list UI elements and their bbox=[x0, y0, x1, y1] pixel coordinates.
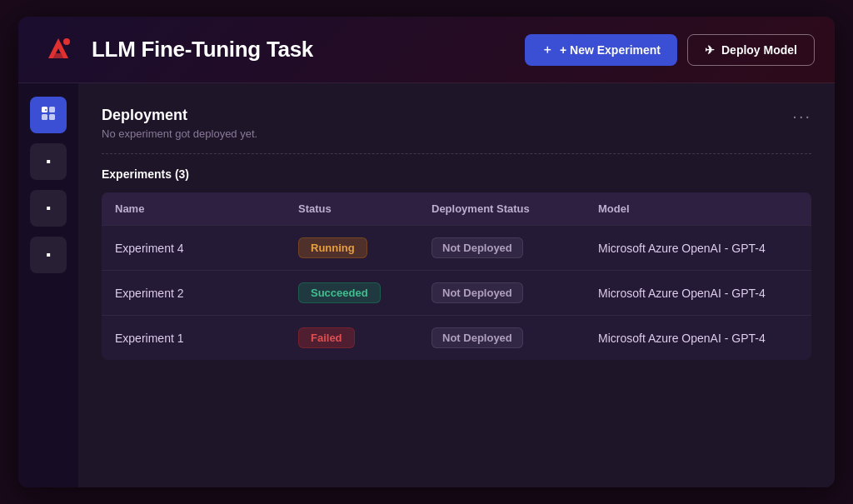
row2-name: Experiment 2 bbox=[115, 287, 298, 300]
experiments-table: Name Status Deployment Status Model Expe… bbox=[102, 192, 811, 360]
sidebar-icon-2: ▪ bbox=[46, 154, 51, 169]
deployment-badge-1: Not Deployed bbox=[431, 237, 523, 258]
col-header-deployment-status: Deployment Status bbox=[431, 202, 598, 215]
plus-icon: ＋ bbox=[541, 42, 553, 57]
row3-deployment-status: Not Deployed bbox=[431, 327, 598, 348]
sidebar-item-dashboard[interactable] bbox=[30, 97, 67, 133]
deployment-subtitle: No experiment got deployed yet. bbox=[102, 127, 257, 140]
deployment-title: Deployment bbox=[102, 107, 257, 124]
svg-rect-4 bbox=[49, 114, 55, 120]
header-actions: ＋ + New Experiment ✈ Deploy Model bbox=[525, 34, 815, 66]
sidebar-icon-3: ▪ bbox=[46, 201, 51, 216]
sidebar-icon-4: ▪ bbox=[46, 247, 51, 262]
experiments-title: Experiments (3) bbox=[102, 167, 189, 181]
col-header-status: Status bbox=[298, 202, 431, 215]
dashboard-icon bbox=[40, 105, 57, 125]
row1-status: Running bbox=[298, 237, 431, 258]
col-header-name: Name bbox=[115, 202, 298, 215]
table-header-row: Name Status Deployment Status Model bbox=[102, 192, 811, 225]
row1-deployment-status: Not Deployed bbox=[431, 237, 598, 258]
status-badge-running: Running bbox=[298, 237, 367, 258]
svg-rect-3 bbox=[42, 114, 47, 120]
svg-rect-2 bbox=[49, 107, 55, 112]
row2-status: Succeeded bbox=[298, 282, 431, 303]
sidebar-item-2[interactable]: ▪ bbox=[30, 143, 67, 180]
main-content: Deployment No experiment got deployed ye… bbox=[78, 83, 835, 487]
sidebar: ▪ ▪ ▪ bbox=[18, 83, 78, 487]
row1-model: Microsoft Azure OpenAI - GPT-4 bbox=[598, 242, 798, 255]
row1-name: Experiment 4 bbox=[115, 242, 298, 255]
row3-name: Experiment 1 bbox=[115, 332, 298, 345]
header: LLM Fine-Tuning Task ＋ + New Experiment … bbox=[18, 17, 835, 83]
more-options-button[interactable]: ··· bbox=[792, 107, 811, 126]
table-row[interactable]: Experiment 2 Succeeded Not Deployed Micr… bbox=[102, 270, 811, 315]
row2-deployment-status: Not Deployed bbox=[431, 282, 598, 303]
svg-point-0 bbox=[63, 38, 70, 45]
logo bbox=[38, 30, 78, 70]
app-title: LLM Fine-Tuning Task bbox=[92, 37, 511, 62]
row3-model: Microsoft Azure OpenAI - GPT-4 bbox=[598, 332, 798, 345]
app-window: LLM Fine-Tuning Task ＋ + New Experiment … bbox=[18, 17, 835, 487]
deploy-model-label: Deploy Model bbox=[721, 43, 797, 57]
section-divider bbox=[102, 153, 811, 154]
table-row[interactable]: Experiment 1 Failed Not Deployed Microso… bbox=[102, 315, 811, 360]
sidebar-item-4[interactable]: ▪ bbox=[30, 237, 67, 273]
send-icon: ✈ bbox=[705, 43, 715, 57]
table-row[interactable]: Experiment 4 Running Not Deployed Micros… bbox=[102, 225, 811, 270]
new-experiment-label: + New Experiment bbox=[560, 43, 661, 57]
status-badge-succeeded: Succeeded bbox=[298, 282, 381, 303]
deployment-badge-3: Not Deployed bbox=[431, 327, 523, 348]
sidebar-item-3[interactable]: ▪ bbox=[30, 190, 67, 227]
col-header-model: Model bbox=[598, 202, 798, 215]
row3-status: Failed bbox=[298, 327, 431, 348]
deployment-badge-2: Not Deployed bbox=[431, 282, 523, 303]
new-experiment-button[interactable]: ＋ + New Experiment bbox=[525, 34, 677, 66]
row2-model: Microsoft Azure OpenAI - GPT-4 bbox=[598, 287, 798, 300]
body: ▪ ▪ ▪ Deployment No experiment got deplo… bbox=[18, 83, 835, 487]
deploy-model-button[interactable]: ✈ Deploy Model bbox=[687, 34, 815, 66]
experiments-header: Experiments (3) bbox=[102, 167, 811, 181]
status-badge-failed: Failed bbox=[298, 327, 355, 348]
deployment-section-header: Deployment No experiment got deployed ye… bbox=[102, 107, 811, 140]
